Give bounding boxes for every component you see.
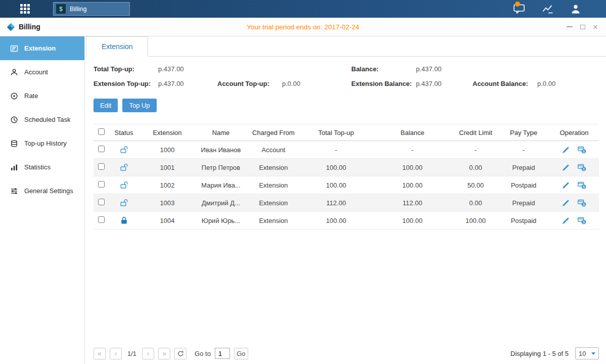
- page-indicator: 1/1: [127, 350, 136, 357]
- unlock-icon: [120, 146, 128, 154]
- sidebar-item-extension[interactable]: Extension: [0, 36, 84, 60]
- column-header-total-topup: Total Top-up: [301, 124, 371, 141]
- table-header-row: Status Extension Name Charged From Total…: [94, 124, 599, 141]
- edit-row-icon[interactable]: [562, 181, 570, 189]
- credit-limit-cell: 0.00: [453, 194, 498, 212]
- pay-type-cell: -: [498, 141, 549, 159]
- column-header-name: Name: [196, 124, 246, 141]
- total-topup-cell: 100.00: [301, 159, 371, 176]
- summary-total-topup: Total Top-up:p.437.00: [94, 65, 217, 73]
- column-header-charged-from: Charged From: [246, 124, 301, 141]
- total-topup-cell: 112.00: [301, 194, 371, 212]
- sidebar-item-rate[interactable]: Rate: [0, 84, 84, 108]
- notification-badge: [515, 2, 520, 7]
- balance-cell: 112.00: [371, 194, 453, 212]
- row-checkbox[interactable]: [98, 146, 105, 152]
- next-page-button[interactable]: ›: [142, 348, 154, 359]
- row-checkbox[interactable]: [98, 163, 105, 170]
- extension-cell: 1003: [139, 194, 196, 212]
- edit-row-icon[interactable]: [562, 199, 570, 207]
- first-page-button[interactable]: «: [94, 348, 106, 359]
- sidebar-item-general-settings[interactable]: General Settings: [0, 179, 84, 203]
- sidebar-item-label: Statistics: [24, 163, 51, 171]
- tab-bar: Extension: [85, 36, 606, 57]
- sidebar-item-scheduled-task[interactable]: Scheduled Task: [0, 108, 84, 131]
- credit-limit-cell: -: [453, 141, 498, 159]
- window-title-text: Billing: [19, 23, 40, 31]
- top-up-button[interactable]: Top Up: [122, 99, 156, 112]
- app-launcher-grid-icon[interactable]: [20, 4, 30, 14]
- summary-account-topup: Account Top-up:p.0.00: [217, 80, 351, 87]
- minimize-button[interactable]: [567, 23, 573, 30]
- edit-row-icon[interactable]: [562, 146, 570, 154]
- balance-cell: 100.00: [371, 176, 453, 194]
- row-checkbox[interactable]: [98, 199, 105, 205]
- credit-limit-cell: 0.00: [453, 159, 498, 176]
- go-button[interactable]: Go: [234, 348, 248, 359]
- charged-from-cell: Extension: [246, 176, 301, 194]
- page-size-select[interactable]: 10: [575, 347, 599, 359]
- row-checkbox[interactable]: [98, 216, 105, 223]
- clock-icon: [10, 116, 18, 124]
- summary-account-balance: Account Balance:p.0.00: [473, 80, 599, 87]
- sidebar-item-label: Account: [24, 68, 48, 76]
- topup-row-icon[interactable]: $: [578, 164, 586, 171]
- table-row: 1000 Иван Иванов Account - - - - $: [94, 141, 599, 159]
- pay-type-cell: Prepaid: [498, 159, 549, 176]
- sidebar-item-topup-history[interactable]: Top-up History: [0, 131, 84, 155]
- tab-extension[interactable]: Extension: [86, 36, 148, 57]
- billing-diamond-icon: [7, 23, 15, 31]
- topup-row-icon[interactable]: $: [578, 199, 586, 207]
- rate-icon: [10, 92, 18, 100]
- sliders-icon: [10, 187, 18, 195]
- svg-text:$: $: [583, 185, 585, 188]
- select-all-checkbox[interactable]: [98, 128, 105, 135]
- edit-row-icon[interactable]: [562, 217, 570, 224]
- name-cell: Дмитрий Д...: [196, 194, 246, 212]
- svg-text:$: $: [583, 220, 585, 223]
- billing-app-tab[interactable]: $ Billing: [53, 2, 130, 16]
- prev-page-button[interactable]: ‹: [110, 348, 122, 359]
- goto-page-input[interactable]: [215, 348, 230, 359]
- table-row: 1001 Петр Петров Extension 100.00 100.00…: [94, 159, 599, 176]
- column-header-extension: Extension: [139, 124, 196, 141]
- column-header-balance: Balance: [371, 124, 453, 141]
- unlock-icon: [120, 163, 128, 171]
- topup-row-icon[interactable]: $: [578, 217, 586, 224]
- extension-cell: 1000: [139, 141, 196, 159]
- chart-icon[interactable]: [542, 5, 553, 14]
- column-header-operation: Operation: [549, 124, 599, 141]
- displaying-text: Displaying 1 - 5 of 5: [510, 350, 569, 357]
- edit-row-icon[interactable]: [562, 164, 570, 171]
- chat-icon[interactable]: [514, 4, 525, 14]
- lock-icon: [120, 216, 128, 224]
- name-cell: Юрий Юрь...: [196, 212, 246, 230]
- refresh-button[interactable]: [174, 348, 187, 359]
- topup-row-icon[interactable]: $: [578, 146, 586, 154]
- balance-cell: -: [371, 141, 453, 159]
- name-cell: Иван Иванов: [196, 141, 246, 159]
- extension-table: Status Extension Name Charged From Total…: [94, 124, 599, 230]
- maximize-button[interactable]: [580, 23, 585, 30]
- sidebar-item-label: Top-up History: [24, 140, 67, 147]
- sidebar-item-label: Rate: [24, 92, 38, 100]
- system-topbar: $ Billing: [0, 0, 606, 18]
- chevron-down-icon: [591, 352, 595, 355]
- sidebar-item-account[interactable]: Account: [0, 60, 84, 84]
- summary-balance: Balance:p.437.00: [351, 65, 473, 73]
- last-page-button[interactable]: »: [158, 348, 170, 359]
- close-icon[interactable]: ×: [593, 23, 598, 30]
- user-icon[interactable]: [571, 4, 581, 14]
- extension-cell: 1002: [139, 176, 196, 194]
- status-cell: [109, 141, 139, 159]
- edit-button[interactable]: Edit: [94, 99, 118, 112]
- topup-row-icon[interactable]: $: [578, 181, 586, 189]
- sidebar-item-statistics[interactable]: Statistics: [0, 155, 84, 179]
- name-cell: Петр Петров: [196, 159, 246, 176]
- charged-from-cell: Extension: [246, 194, 301, 212]
- account-icon: [10, 68, 18, 76]
- sidebar: Extension Account Rate: [0, 36, 85, 364]
- svg-text:$: $: [583, 202, 585, 206]
- row-checkbox[interactable]: [98, 181, 105, 188]
- coins-stack-icon: [10, 140, 18, 148]
